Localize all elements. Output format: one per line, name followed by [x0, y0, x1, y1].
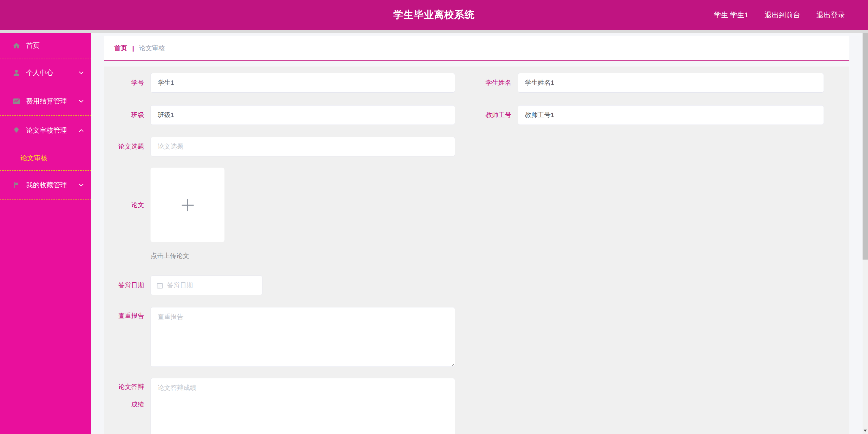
- header-divider: [0, 30, 868, 33]
- sidebar-item-personal-center[interactable]: 个人中心: [0, 58, 91, 87]
- sidebar-subitem-thesis-review[interactable]: 论文审核: [0, 145, 91, 171]
- app-title: 学生毕业离校系统: [393, 8, 475, 22]
- scrollbar-thumb[interactable]: [863, 33, 868, 260]
- home-icon: [13, 42, 20, 50]
- defense-date-label: 答辩日期: [104, 276, 151, 295]
- top-header: 学生毕业离校系统 学生 学生1 退出到前台 退出登录: [0, 0, 868, 30]
- flag-icon: [13, 181, 20, 189]
- student-name-label: 学生姓名: [455, 73, 518, 93]
- breadcrumb-separator: |: [132, 44, 134, 52]
- logout-link[interactable]: 退出登录: [816, 10, 845, 20]
- thesis-upload-button[interactable]: [151, 168, 224, 242]
- form-row: 查重报告: [104, 307, 849, 367]
- thesis-topic-label: 论文选题: [104, 137, 151, 156]
- form-row: 论文选题: [104, 137, 849, 156]
- form-row: 论文 点击上传论文: [104, 168, 849, 260]
- breadcrumb-home-link[interactable]: 首页: [114, 44, 127, 53]
- sidebar-item-label: 首页: [26, 41, 40, 50]
- main-content: 首页 | 论文审核 学号 学生姓名 班级 教师工号 论文选题: [91, 33, 863, 434]
- plus-icon: [180, 197, 196, 213]
- chevron-down-icon: [78, 98, 84, 104]
- defense-date-picker[interactable]: 答辩日期: [151, 276, 262, 295]
- header-links: 学生 学生1 退出到前台 退出登录: [714, 0, 845, 30]
- thesis-file-label: 论文: [104, 168, 151, 242]
- form-row: 论文答辩 成绩: [104, 378, 849, 434]
- upload-hint-text: 点击上传论文: [151, 251, 224, 260]
- bulb-icon: [13, 127, 20, 134]
- sidebar-item-thesis-review-mgmt[interactable]: 论文审核管理: [0, 116, 91, 145]
- chevron-down-icon: [78, 70, 84, 76]
- form-row: 班级 教师工号: [104, 105, 849, 125]
- form-row: 答辩日期 答辩日期: [104, 276, 849, 295]
- thesis-upload-area: 点击上传论文: [151, 168, 224, 260]
- vertical-scrollbar: [863, 33, 868, 434]
- class-field[interactable]: [151, 105, 455, 125]
- student-id-field[interactable]: [151, 73, 455, 93]
- current-user-link[interactable]: 学生 学生1: [714, 10, 748, 20]
- sidebar-item-favorites-mgmt[interactable]: 我的收藏管理: [0, 171, 91, 200]
- form-row: 学号 学生姓名: [104, 73, 849, 93]
- defense-score-field[interactable]: [151, 378, 455, 434]
- chart-icon: [13, 97, 20, 105]
- app-root: 学生毕业离校系统 学生 学生1 退出到前台 退出登录 首页 个人中心 费用: [0, 0, 868, 434]
- student-id-label: 学号: [104, 73, 151, 93]
- chevron-up-icon: [78, 128, 84, 133]
- teacher-id-field[interactable]: [518, 105, 824, 125]
- student-name-field[interactable]: [518, 73, 824, 93]
- sidebar-item-label: 我的收藏管理: [26, 181, 67, 190]
- breadcrumb: 首页 | 论文审核: [104, 36, 849, 61]
- user-icon: [13, 69, 20, 77]
- sidebar-nav: 首页 个人中心 费用结算管理 论文审核管理 论文审核: [0, 33, 91, 434]
- chevron-down-icon: [78, 182, 84, 188]
- class-label: 班级: [104, 105, 151, 125]
- sidebar-item-fee-settlement[interactable]: 费用结算管理: [0, 87, 91, 116]
- breadcrumb-current: 论文审核: [139, 44, 165, 53]
- calendar-icon: [156, 282, 163, 289]
- sidebar-item-home[interactable]: 首页: [0, 33, 91, 58]
- teacher-id-label: 教师工号: [455, 105, 518, 125]
- sidebar-item-label: 费用结算管理: [26, 97, 67, 106]
- defense-date-placeholder: 答辩日期: [167, 281, 193, 290]
- plagiarism-report-label: 查重报告: [104, 307, 151, 325]
- thesis-topic-field[interactable]: [151, 137, 455, 156]
- defense-score-label: 论文答辩 成绩: [104, 378, 151, 413]
- exit-to-front-link[interactable]: 退出到前台: [765, 10, 800, 20]
- sidebar-item-label: 个人中心: [26, 68, 53, 77]
- plagiarism-report-field[interactable]: [151, 307, 455, 367]
- sidebar-item-label: 论文审核管理: [26, 126, 67, 135]
- thesis-review-form: 学号 学生姓名 班级 教师工号 论文选题 论文: [104, 67, 849, 434]
- scrollbar-down-arrow[interactable]: [864, 430, 867, 432]
